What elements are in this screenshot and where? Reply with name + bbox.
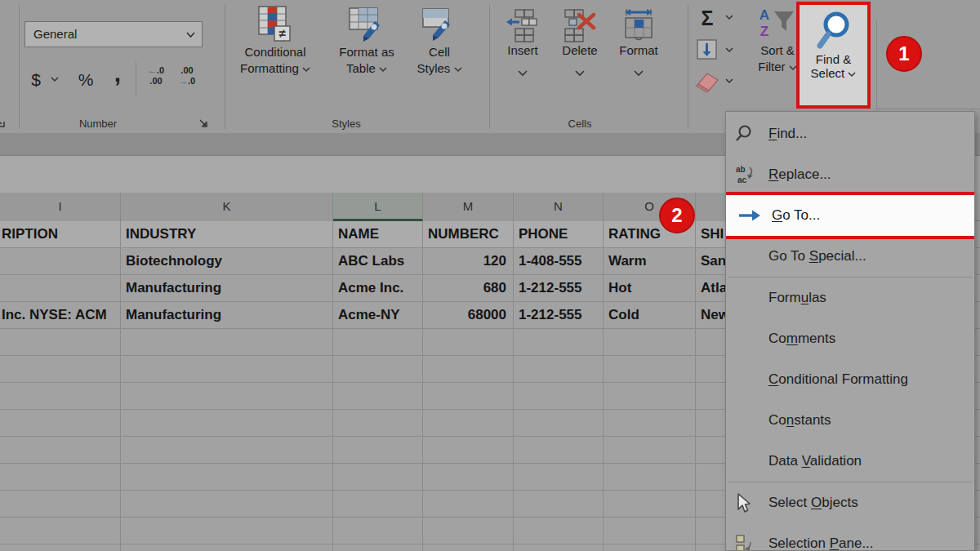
sheet-cell[interactable]: [514, 464, 604, 490]
sheet-cell[interactable]: [423, 544, 514, 551]
sheet-cell[interactable]: Biotechnology: [121, 248, 333, 274]
sheet-cell[interactable]: 68000: [423, 302, 514, 328]
chevron-down-icon[interactable]: [725, 47, 733, 53]
sheet-cell[interactable]: INDUSTRY: [121, 221, 333, 247]
sheet-cell[interactable]: 120: [423, 248, 514, 274]
insert-cells-button[interactable]: Insert: [497, 8, 548, 79]
menu-item-go-to[interactable]: Go To...: [725, 192, 975, 239]
sheet-cell[interactable]: Warm: [604, 248, 696, 274]
sheet-cell[interactable]: [514, 410, 604, 436]
sheet-cell[interactable]: Acme Inc.: [333, 275, 423, 301]
sheet-cell[interactable]: 1-212-555: [514, 275, 604, 301]
clear-button[interactable]: [693, 70, 720, 93]
sheet-cell[interactable]: [0, 544, 121, 551]
sheet-cell[interactable]: [333, 437, 423, 463]
sheet-cell[interactable]: [121, 437, 333, 463]
sheet-cell[interactable]: [604, 518, 696, 544]
menu-item-constants[interactable]: Constants: [726, 400, 974, 441]
chevron-down-icon[interactable]: [51, 77, 59, 82]
fill-button[interactable]: [697, 39, 718, 60]
sheet-cell[interactable]: [604, 410, 696, 436]
sheet-cell[interactable]: 1-212-555: [514, 302, 604, 328]
sheet-cell[interactable]: [333, 518, 423, 544]
sheet-cell[interactable]: [514, 329, 604, 355]
sheet-cell[interactable]: [0, 383, 121, 409]
sheet-cell[interactable]: RIPTION: [0, 221, 121, 247]
menu-item-comments[interactable]: Comments: [726, 318, 974, 359]
sheet-cell[interactable]: [604, 329, 696, 355]
sheet-cell[interactable]: [514, 544, 604, 551]
sheet-cell[interactable]: [423, 410, 514, 436]
sheet-cell[interactable]: [121, 356, 333, 382]
sheet-cell[interactable]: [604, 437, 696, 463]
menu-item-formulas[interactable]: Formulas: [726, 278, 974, 318]
menu-item-select-objects[interactable]: Select Objects: [726, 482, 974, 523]
number-dialog-launcher-icon[interactable]: [198, 118, 208, 128]
sheet-cell[interactable]: [121, 383, 333, 409]
number-format-combobox[interactable]: General: [24, 21, 203, 47]
autosum-button[interactable]: Σ: [696, 5, 719, 31]
sheet-cell[interactable]: ABC Labs: [333, 248, 423, 274]
sheet-cell[interactable]: [0, 410, 121, 436]
sheet-cell[interactable]: [333, 464, 423, 490]
chevron-down-icon[interactable]: [725, 78, 733, 84]
sheet-cell[interactable]: [333, 356, 423, 382]
increase-decimal-button[interactable]: ←.0.00: [140, 65, 172, 87]
delete-cells-button[interactable]: Delete: [555, 8, 605, 79]
column-header-L[interactable]: L: [333, 193, 423, 221]
column-header-M[interactable]: M: [423, 193, 514, 221]
column-header-I[interactable]: I: [0, 193, 121, 221]
sheet-cell[interactable]: [0, 356, 121, 382]
sheet-cell[interactable]: [333, 544, 423, 551]
sheet-cell[interactable]: [121, 518, 333, 544]
sheet-cell[interactable]: NUMBERC: [423, 221, 514, 247]
sheet-cell[interactable]: [423, 383, 514, 409]
sheet-cell[interactable]: [0, 248, 121, 274]
menu-item-selection-pane[interactable]: Selection Pane...: [726, 523, 974, 551]
sheet-cell[interactable]: [514, 383, 604, 409]
column-header-N[interactable]: N: [514, 193, 604, 221]
sheet-cell[interactable]: [423, 356, 514, 382]
menu-item-conditional-formatting[interactable]: Conditional Formatting: [726, 359, 974, 400]
sheet-cell[interactable]: Cold: [604, 302, 696, 328]
menu-item-replace[interactable]: abacReplace...: [726, 154, 974, 195]
sheet-cell[interactable]: [423, 437, 514, 463]
sheet-cell[interactable]: [0, 329, 121, 355]
sheet-cell[interactable]: [0, 518, 121, 544]
sheet-cell[interactable]: [514, 437, 604, 463]
sheet-cell[interactable]: Hot: [604, 275, 696, 301]
sheet-cell[interactable]: [423, 329, 514, 355]
conditional-formatting-button[interactable]: ≠ Conditional Formatting: [234, 5, 317, 77]
sheet-cell[interactable]: [121, 410, 333, 436]
menu-item-go-to-special[interactable]: Go To Special...: [726, 236, 974, 277]
sheet-cell[interactable]: [514, 491, 604, 517]
menu-item-data-validation[interactable]: Data Validation: [726, 441, 974, 482]
sheet-cell[interactable]: [604, 491, 696, 517]
format-as-table-button[interactable]: Format as Table: [326, 5, 408, 77]
sheet-cell[interactable]: [121, 491, 333, 517]
sheet-cell[interactable]: [604, 383, 696, 409]
sheet-cell[interactable]: NAME: [333, 221, 423, 247]
sheet-cell[interactable]: [423, 518, 514, 544]
sheet-cell[interactable]: [333, 329, 423, 355]
format-cells-button[interactable]: Format: [612, 8, 666, 79]
sheet-cell[interactable]: PHONE: [514, 221, 604, 247]
comma-style-button[interactable]: ,: [106, 56, 129, 91]
sheet-cell[interactable]: [423, 491, 514, 517]
find-select-button[interactable]: Find & Select: [796, 2, 871, 109]
sheet-cell[interactable]: [604, 356, 696, 382]
cell-styles-button[interactable]: Cell Styles: [408, 5, 471, 77]
sheet-cell[interactable]: [0, 464, 121, 490]
sheet-cell[interactable]: Manufacturing: [121, 275, 333, 301]
decrease-decimal-button[interactable]: .00→.0: [172, 65, 203, 87]
sheet-cell[interactable]: [0, 437, 121, 463]
sheet-cell[interactable]: [514, 518, 604, 544]
sheet-cell[interactable]: [121, 329, 333, 355]
sheet-cell[interactable]: Manufacturing: [121, 302, 333, 328]
sheet-cell[interactable]: [333, 383, 423, 409]
column-header-K[interactable]: K: [121, 193, 333, 221]
sheet-cell[interactable]: [514, 356, 604, 382]
chevron-down-icon[interactable]: [725, 15, 733, 20]
sheet-cell[interactable]: Acme-NY: [333, 302, 423, 328]
sheet-cell[interactable]: [333, 491, 423, 517]
